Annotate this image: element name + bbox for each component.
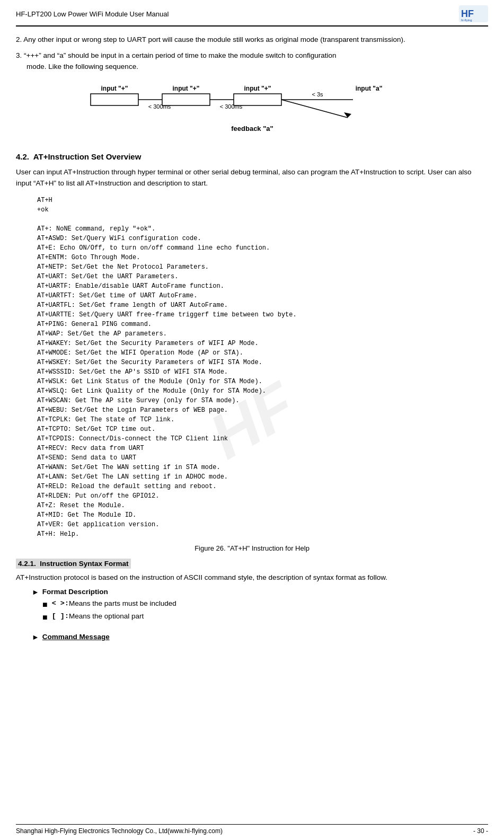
svg-text:input "+": input "+": [244, 85, 271, 92]
format-desc-item: ► Format Description: [32, 588, 488, 596]
square-bullet-2: ■: [42, 612, 48, 623]
figure-caption: Figure 26. "AT+H" Instruction for Help: [16, 544, 488, 552]
svg-line-16: [281, 100, 348, 118]
bullet-desc-2: Means the optional part: [69, 612, 488, 620]
command-message-section: ► Command Message: [32, 633, 488, 641]
page-header: HF-LPT200 Low Power WiFi Module User Man…: [16, 5, 488, 26]
page-container: HF HF-LPT200 Low Power WiFi Module User …: [0, 0, 504, 840]
ath-code-block: AT+H +ok AT+: NoNE command, reply "+ok".…: [37, 196, 488, 539]
section-4-2-heading: 4.2. AT+Instruction Set Overview: [16, 152, 488, 161]
svg-text:< 300ms: < 300ms: [148, 103, 171, 110]
svg-text:HF: HF: [461, 8, 474, 19]
svg-rect-7: [91, 94, 138, 105]
svg-text:input "+": input "+": [172, 85, 199, 92]
bullet-item-1: ■ < >: Means the parts must be included: [42, 599, 488, 611]
hf-logo: HF hi-flying: [459, 5, 488, 22]
svg-text:input "+": input "+": [101, 85, 128, 92]
square-bullet-1: ■: [42, 599, 48, 611]
bullet-desc-1: Means the parts must be included: [69, 599, 488, 607]
paragraph-1: 2. Any other input or wrong step to UART…: [16, 34, 488, 46]
bullet-symbol-1: < >:: [52, 599, 69, 607]
footer-page: - 30 -: [473, 827, 488, 835]
page-footer: Shanghai High-Flying Electronics Technol…: [16, 824, 488, 835]
paragraph-2: 3. “+++” and “a” should be input in a ce…: [16, 50, 488, 73]
header-title: HF-LPT200 Low Power WiFi Module User Man…: [16, 10, 169, 18]
arrow-right-icon-2: ►: [32, 633, 39, 641]
svg-text:feedback "a": feedback "a": [231, 125, 273, 132]
bullet-symbol-2: [ ]:: [52, 612, 69, 620]
svg-text:< 3s: < 3s: [312, 91, 323, 98]
svg-text:hi-flying: hi-flying: [461, 19, 472, 22]
svg-text:input "a": input "a": [355, 85, 382, 92]
svg-text:< 300ms: < 300ms: [219, 103, 242, 110]
format-desc-label: Format Description: [42, 588, 108, 596]
subsection-421-heading: 4.2.1. Instruction Syntax Format: [16, 559, 131, 569]
bullet-list: ■ < >: Means the parts must be included …: [42, 599, 488, 624]
arrow-right-icon: ►: [32, 588, 39, 596]
section-4-2-body: User can input AT+Instruction through hy…: [16, 166, 488, 189]
arrow-list: ► Format Description: [32, 588, 488, 596]
command-message-item: ► Command Message: [32, 633, 488, 641]
code-body: AT+: NoNE command, reply "+ok". AT+ASWD:…: [37, 215, 488, 539]
subsection-421-body: AT+Instruction protocol is based on the …: [16, 572, 488, 583]
footer-company: Shanghai High-Flying Electronics Technol…: [16, 827, 223, 835]
timing-diagram: input "+" input "+" input "+" input "a" …: [16, 83, 488, 136]
content: HF-LPT200 Low Power WiFi Module User Man…: [0, 0, 504, 654]
timing-diagram-svg: input "+" input "+" input "+" input "a" …: [83, 83, 422, 136]
bullet-item-2: ■ [ ]: Means the optional part: [42, 612, 488, 623]
command-message-label: Command Message: [42, 633, 110, 641]
code-header: AT+H +ok: [37, 196, 488, 215]
subsection-421: 4.2.1. Instruction Syntax Format: [16, 560, 488, 568]
